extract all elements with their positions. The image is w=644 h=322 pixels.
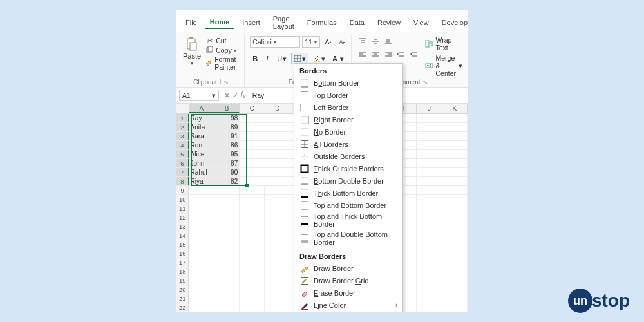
cell[interactable] — [189, 222, 214, 231]
cell[interactable] — [265, 213, 290, 222]
cell[interactable] — [417, 303, 442, 312]
row-header[interactable]: 11 — [176, 204, 189, 213]
cell[interactable] — [214, 258, 240, 267]
cell[interactable] — [442, 141, 468, 150]
format-painter-button[interactable]: Format Painter — [205, 55, 240, 71]
border-option-tbb[interactable]: Top and Bottom Border — [294, 199, 402, 211]
cell[interactable] — [240, 213, 265, 222]
cell[interactable] — [240, 114, 265, 123]
column-header-C[interactable]: C — [240, 104, 265, 113]
cell[interactable] — [442, 186, 468, 195]
cell[interactable] — [214, 303, 240, 312]
increase-font-button[interactable]: A▴ — [322, 36, 334, 48]
cell[interactable] — [417, 150, 442, 159]
cell[interactable] — [240, 240, 265, 249]
cell[interactable] — [265, 168, 290, 177]
cell[interactable]: 82 — [214, 177, 240, 186]
cell[interactable] — [442, 213, 468, 222]
cell[interactable] — [417, 123, 442, 132]
cell[interactable]: Sara — [189, 132, 214, 141]
cell[interactable] — [240, 222, 265, 231]
cell[interactable] — [265, 240, 290, 249]
cell[interactable] — [442, 150, 468, 159]
align-bottom-button[interactable] — [383, 36, 394, 46]
cell[interactable] — [442, 132, 468, 141]
cell[interactable] — [442, 240, 468, 249]
align-top-button[interactable] — [357, 36, 368, 46]
border-option-o[interactable]: Outside Borders — [294, 150, 402, 162]
row-header[interactable]: 15 — [176, 240, 189, 249]
cell[interactable] — [240, 132, 265, 141]
row-header[interactable]: 18 — [176, 267, 189, 276]
cell[interactable] — [417, 204, 442, 213]
row-header[interactable]: 13 — [176, 222, 189, 231]
cell[interactable] — [265, 150, 290, 159]
copy-button[interactable]: Copy ▾ — [205, 46, 240, 55]
cell[interactable] — [442, 231, 468, 240]
cell[interactable] — [189, 258, 214, 267]
border-option-tb[interactable]: Thick Bottom Border — [294, 187, 402, 199]
dialog-launcher-icon[interactable]: ⤡ — [223, 79, 229, 86]
cell[interactable] — [417, 177, 442, 186]
align-right-button[interactable] — [383, 49, 394, 59]
cell[interactable] — [265, 159, 290, 168]
cell[interactable] — [442, 159, 468, 168]
border-option-erase[interactable]: Erase Border — [294, 287, 402, 299]
cell[interactable] — [265, 258, 290, 267]
increase-indent-button[interactable] — [408, 49, 420, 59]
cell[interactable] — [417, 114, 442, 123]
cell[interactable] — [442, 195, 468, 204]
row-header[interactable]: 5 — [176, 150, 189, 159]
border-option-tdb[interactable]: Top and Double Bottom Border — [294, 229, 402, 247]
cell[interactable] — [417, 159, 442, 168]
cell[interactable] — [189, 249, 214, 258]
cell[interactable]: 86 — [214, 141, 240, 150]
cell[interactable] — [417, 141, 442, 150]
cell[interactable] — [417, 222, 442, 231]
border-option-drawg[interactable]: Draw Border Grid — [294, 274, 402, 287]
font-size-combo[interactable]: 11▾ — [302, 36, 320, 48]
row-header[interactable]: 19 — [176, 276, 189, 285]
cell[interactable] — [189, 240, 214, 249]
cell[interactable] — [214, 222, 240, 231]
cell[interactable] — [417, 195, 442, 204]
column-header-D[interactable]: D — [265, 104, 290, 113]
cell[interactable] — [442, 123, 468, 132]
cell[interactable]: 91 — [214, 132, 240, 141]
align-left-button[interactable] — [357, 49, 368, 59]
row-header[interactable]: 21 — [176, 294, 189, 303]
row-header[interactable]: 1 — [176, 114, 189, 123]
border-option-t[interactable]: Top Border — [294, 89, 402, 101]
merge-center-button[interactable]: Merge & Center ▾ — [425, 54, 462, 77]
menu-tab-file[interactable]: File — [180, 17, 202, 28]
cell[interactable] — [240, 159, 265, 168]
cell[interactable] — [214, 240, 240, 249]
menu-tab-insert[interactable]: Insert — [237, 17, 265, 28]
cell[interactable]: 87 — [214, 159, 240, 168]
cell[interactable]: 98 — [214, 114, 240, 123]
cell[interactable] — [417, 231, 442, 240]
row-header[interactable]: 8 — [176, 177, 189, 186]
cell[interactable] — [214, 204, 240, 213]
cell[interactable] — [214, 186, 240, 195]
row-header[interactable]: 22 — [176, 303, 189, 312]
cell[interactable]: 90 — [214, 168, 240, 177]
border-option-a[interactable]: All Borders — [294, 138, 402, 150]
cell[interactable] — [265, 186, 290, 195]
cell[interactable] — [417, 213, 442, 222]
cell[interactable] — [240, 141, 265, 150]
cell[interactable] — [214, 195, 240, 204]
row-header[interactable]: 4 — [176, 141, 189, 150]
cell[interactable] — [240, 123, 265, 132]
cell[interactable] — [189, 285, 214, 294]
decrease-indent-button[interactable] — [395, 49, 407, 59]
cell[interactable] — [189, 294, 214, 303]
border-option-n[interactable]: No Border — [294, 126, 402, 138]
row-header[interactable]: 7 — [176, 168, 189, 177]
menu-tab-formulas[interactable]: Formulas — [302, 17, 342, 28]
cell[interactable] — [442, 168, 468, 177]
menu-tab-developer[interactable]: Developer — [437, 17, 468, 28]
align-middle-button[interactable] — [370, 36, 381, 46]
cell[interactable] — [189, 303, 214, 312]
cell[interactable] — [417, 249, 442, 258]
